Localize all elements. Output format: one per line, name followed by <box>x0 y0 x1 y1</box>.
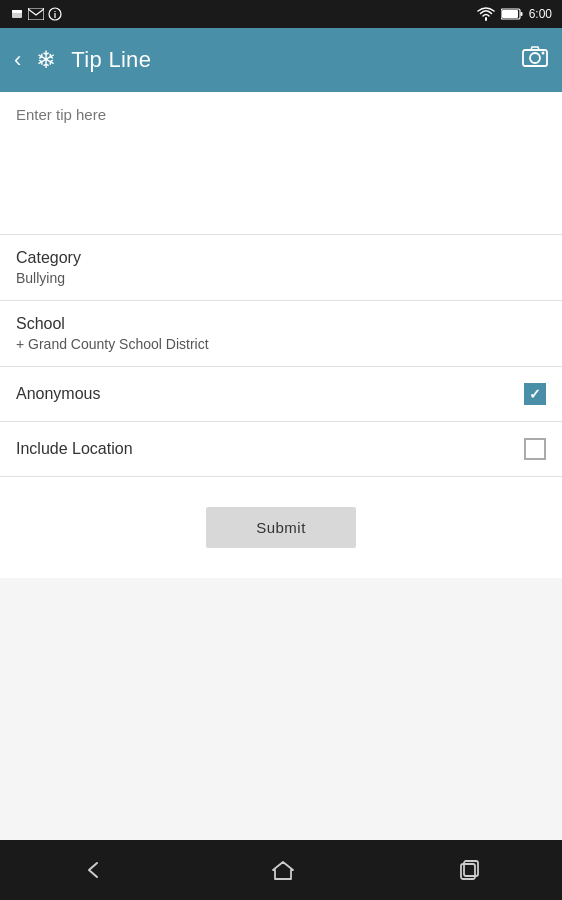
time-display: 6:00 <box>529 7 552 21</box>
svg-rect-6 <box>502 10 518 18</box>
status-bar-left: i <box>10 7 62 21</box>
submit-button[interactable]: Submit <box>206 507 356 548</box>
include-location-label: Include Location <box>16 440 133 458</box>
svg-text:i: i <box>54 10 57 20</box>
app-title: Tip Line <box>71 47 151 73</box>
svg-point-10 <box>542 52 545 55</box>
tip-input[interactable] <box>16 106 546 216</box>
svg-rect-2 <box>28 8 44 20</box>
wifi-icon <box>477 7 495 21</box>
tip-area[interactable] <box>0 92 562 235</box>
svg-rect-1 <box>12 10 22 13</box>
nav-back-button[interactable] <box>82 859 108 881</box>
nav-recents-button[interactable] <box>458 859 480 881</box>
school-row[interactable]: School + Grand County School District <box>0 301 562 367</box>
bottom-nav <box>0 840 562 900</box>
svg-rect-7 <box>520 12 522 16</box>
app-bar-left: ‹ ❄ Tip Line <box>14 45 151 75</box>
camera-button[interactable] <box>522 46 548 74</box>
camera-icon <box>522 46 548 68</box>
info-icon: i <box>48 7 62 21</box>
nav-home-icon <box>271 859 295 881</box>
school-value: + Grand County School District <box>16 336 546 352</box>
battery-icon <box>501 8 523 20</box>
category-value: Bullying <box>16 270 546 286</box>
school-label: School <box>16 315 546 333</box>
include-location-checkbox[interactable] <box>524 438 546 460</box>
category-row[interactable]: Category Bullying <box>0 235 562 301</box>
svg-marker-11 <box>273 862 293 879</box>
nav-back-icon <box>82 859 108 881</box>
status-bar-right: 6:00 <box>477 7 552 21</box>
svg-point-9 <box>530 53 540 63</box>
anonymous-label: Anonymous <box>16 385 101 403</box>
app-logo-icon: ❄ <box>31 45 61 75</box>
include-location-row[interactable]: Include Location <box>0 422 562 477</box>
submit-container: Submit <box>0 477 562 578</box>
nav-recents-icon <box>458 859 480 881</box>
nav-home-button[interactable] <box>271 859 295 881</box>
gmail-icon <box>28 8 44 20</box>
category-label: Category <box>16 249 546 267</box>
back-button[interactable]: ‹ <box>14 47 21 73</box>
anonymous-checkbox[interactable] <box>524 383 546 405</box>
status-bar: i 6:00 <box>0 0 562 28</box>
anonymous-row[interactable]: Anonymous <box>0 367 562 422</box>
notification-icon <box>10 7 24 21</box>
content-area: Category Bullying School + Grand County … <box>0 92 562 578</box>
app-bar: ‹ ❄ Tip Line <box>0 28 562 92</box>
